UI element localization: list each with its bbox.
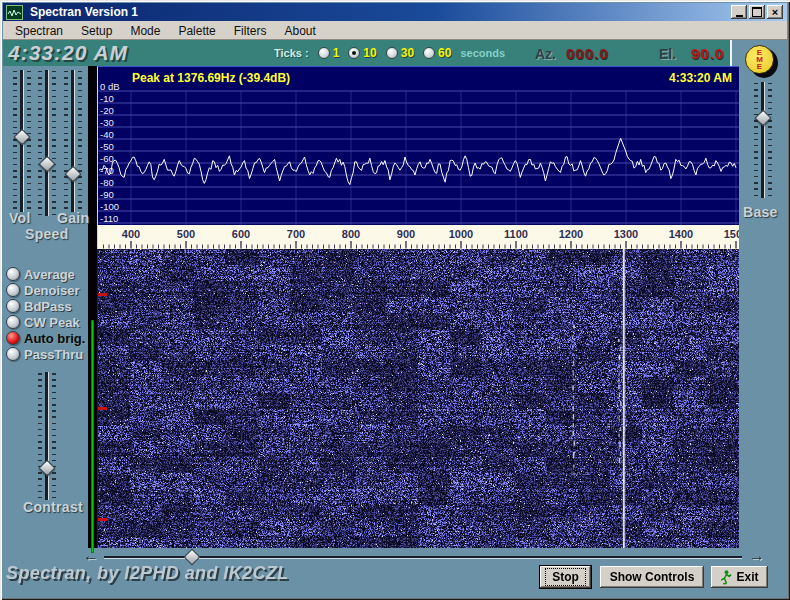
eme-letter: E <box>757 63 762 70</box>
toggle-label: Auto brig. <box>24 331 85 346</box>
toggle-auto-brig[interactable]: Auto brig. <box>6 330 92 346</box>
minimize-button[interactable] <box>731 5 747 19</box>
slider-ticks <box>768 83 772 197</box>
svg-text:-100: -100 <box>100 201 119 212</box>
toggle-passthru[interactable]: PassThru <box>6 346 92 362</box>
menu-item-palette[interactable]: Palette <box>169 22 224 40</box>
credit-text: Spectran, by I2PHD and IK2CZL <box>6 563 289 584</box>
menu-item-mode[interactable]: Mode <box>121 22 169 40</box>
toggle-dot <box>6 347 20 361</box>
show-controls-label: Show Controls <box>610 570 695 584</box>
stop-button[interactable]: Stop <box>540 566 591 588</box>
exit-button-label: Exit <box>736 570 758 584</box>
contrast-label: Contrast <box>23 499 83 515</box>
svg-text:700: 700 <box>287 228 305 240</box>
speed-label: Speed <box>25 226 69 242</box>
exit-button[interactable]: Exit <box>711 566 768 588</box>
peak-readout: Peak at 1376.69Hz (-39.4dB) <box>132 71 290 85</box>
toggle-dot <box>6 315 20 329</box>
svg-text:1300: 1300 <box>614 228 638 240</box>
slider-ticks <box>13 71 17 211</box>
menu-item-filters[interactable]: Filters <box>225 22 276 40</box>
svg-text:500: 500 <box>177 228 195 240</box>
svg-text:-50: -50 <box>100 141 114 152</box>
menu-item-spectran[interactable]: Spectran <box>6 22 72 40</box>
svg-text:-30: -30 <box>100 117 114 128</box>
status-strip: 4:33:20 AM Ticks : 1103060seconds Az. 00… <box>3 40 730 66</box>
ticks-radio-1[interactable] <box>318 47 330 59</box>
slider-ticks <box>52 373 56 499</box>
svg-text:400: 400 <box>122 228 140 240</box>
toggle-list: AverageDenoiserBdPassCW PeakAuto brig.Pa… <box>6 266 92 362</box>
scroll-right-arrow-icon[interactable]: → <box>749 548 765 564</box>
eme-badge-disc: EME <box>745 45 774 74</box>
ticks-option-label: 30 <box>401 46 414 60</box>
ticks-option-label: 60 <box>438 46 451 60</box>
slider-ticks <box>38 373 42 499</box>
toggle-cw-peak[interactable]: CW Peak <box>6 314 92 330</box>
toggle-label: CW Peak <box>24 315 80 330</box>
title-bar[interactable]: Spectran Version 1 × <box>3 3 787 21</box>
slider-ticks <box>754 83 758 197</box>
toggle-label: Denoiser <box>24 283 80 298</box>
strip-divider <box>730 40 732 66</box>
vol-label: Vol <box>9 210 31 226</box>
minimize-icon <box>736 15 743 17</box>
ticks-selector: Ticks : 1103060seconds <box>274 46 505 60</box>
svg-text:-20: -20 <box>100 105 114 116</box>
svg-text:1200: 1200 <box>559 228 583 240</box>
ticks-option-label: 10 <box>363 46 376 60</box>
scroll-left-arrow-icon[interactable]: ← <box>83 548 99 564</box>
svg-text:-60: -60 <box>100 153 114 164</box>
slider-ticks <box>64 71 68 211</box>
svg-text:-40: -40 <box>100 129 114 140</box>
base-slider[interactable] <box>754 82 772 198</box>
toggle-dot <box>6 299 20 313</box>
spectrum-panel: 0 dB-10-20-30-40-50-60-70-80-90-100-110 … <box>97 66 739 225</box>
waterfall-display <box>97 249 739 548</box>
azimuth-value: 000.0 <box>566 45 609 62</box>
running-man-icon <box>720 570 732 585</box>
stop-button-label: Stop <box>545 568 586 586</box>
slider-track <box>45 372 49 500</box>
speed-slider[interactable] <box>38 70 56 216</box>
svg-text:1400: 1400 <box>669 228 693 240</box>
menu-bar: SpectranSetupModePaletteFiltersAbout <box>3 21 787 40</box>
eme-badge[interactable]: EME <box>744 44 778 80</box>
svg-text:-90: -90 <box>100 189 114 200</box>
toggle-dot <box>6 267 20 281</box>
elevation-value: 90.0 <box>691 45 724 62</box>
maximize-button[interactable] <box>749 5 765 19</box>
contrast-slider[interactable] <box>38 372 56 500</box>
menu-item-setup[interactable]: Setup <box>72 22 121 40</box>
toggle-dot <box>6 331 20 345</box>
ticks-radio-30[interactable] <box>386 47 398 59</box>
toggle-dot <box>6 283 20 297</box>
gain-label: Gain <box>57 210 89 226</box>
frequency-scale: 4005006007008009001000110012001300140015… <box>97 225 739 249</box>
slider-track <box>45 70 49 216</box>
svg-text:600: 600 <box>232 228 250 240</box>
ticks-radio-10[interactable] <box>348 47 360 59</box>
show-controls-button[interactable]: Show Controls <box>600 566 704 588</box>
elevation-label: El. <box>659 46 676 62</box>
base-label: Base <box>743 204 778 220</box>
toggle-denoiser[interactable]: Denoiser <box>6 282 92 298</box>
ticks-label: Ticks : <box>274 47 309 59</box>
gain-slider[interactable] <box>64 70 82 212</box>
ticks-radio-60[interactable] <box>423 47 435 59</box>
slider-ticks <box>78 71 82 211</box>
svg-text:1100: 1100 <box>504 228 528 240</box>
azimuth-label: Az. <box>535 46 556 62</box>
slider-ticks <box>52 71 56 215</box>
toggle-bdpass[interactable]: BdPass <box>6 298 92 314</box>
spectrum-clock: 4:33:20 AM <box>669 71 732 85</box>
slider-ticks <box>27 71 31 211</box>
vol-slider[interactable] <box>13 70 31 212</box>
toggle-label: BdPass <box>24 299 72 314</box>
slider-track <box>71 70 75 212</box>
close-button[interactable]: × <box>767 5 783 19</box>
menu-item-about[interactable]: About <box>275 22 324 40</box>
spectrum-display: 0 dB-10-20-30-40-50-60-70-80-90-100-110 <box>98 67 739 225</box>
toggle-average[interactable]: Average <box>6 266 92 282</box>
